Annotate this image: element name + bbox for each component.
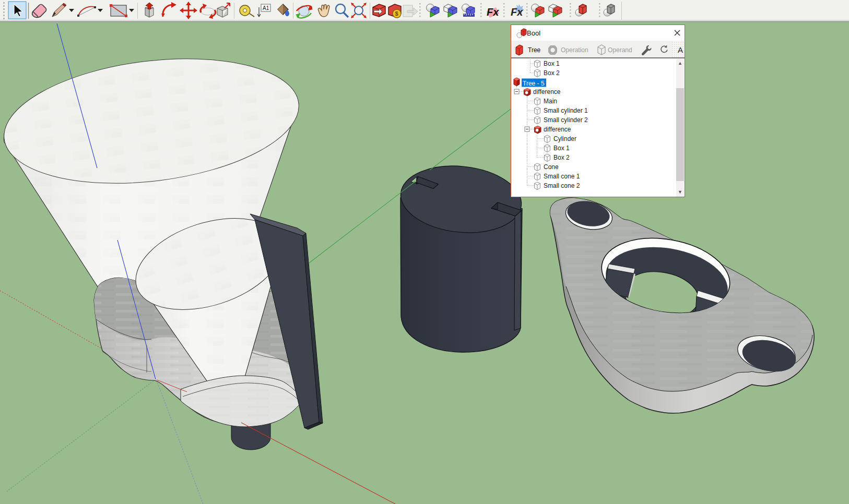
svg-text:Cylinder: Cylinder [553, 135, 576, 142]
svg-text:$: $ [395, 10, 398, 17]
svg-text:A: A [678, 45, 683, 54]
svg-text:Box 1: Box 1 [553, 145, 570, 152]
svg-text:Tree: Tree [528, 46, 541, 54]
svg-text:Box 2: Box 2 [544, 69, 560, 77]
svg-text:Tree - 5: Tree - 5 [523, 80, 545, 87]
svg-text:Cone: Cone [544, 163, 559, 171]
svg-text:Operand: Operand [608, 46, 632, 54]
svg-text:Operation: Operation [561, 46, 588, 54]
svg-text:difference: difference [533, 88, 561, 95]
svg-text:Fx: Fx [487, 6, 499, 18]
svg-text:A1: A1 [263, 5, 269, 11]
svg-text:Small cone 2: Small cone 2 [544, 182, 580, 189]
svg-text:Main: Main [544, 98, 557, 105]
svg-text:Box 2: Box 2 [553, 154, 570, 161]
svg-text:Fx: Fx [511, 6, 523, 18]
svg-text:Small cylinder 1: Small cylinder 1 [544, 107, 588, 114]
svg-text:difference: difference [544, 126, 571, 133]
svg-text:Box 1: Box 1 [544, 60, 560, 67]
svg-text:Small cone 1: Small cone 1 [544, 173, 580, 180]
svg-text:Small cylinder 2: Small cylinder 2 [544, 116, 588, 124]
